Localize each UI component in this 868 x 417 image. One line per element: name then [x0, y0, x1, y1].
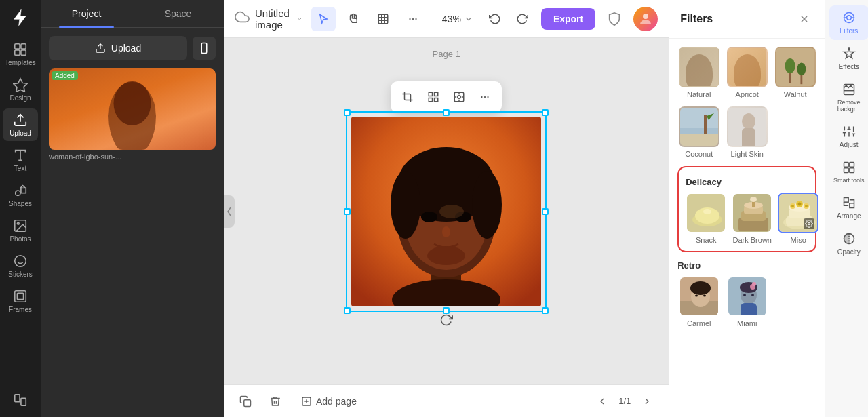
panel-content: Upload Added woman-of-igbo-sun-...: [41, 28, 224, 417]
svg-rect-119: [850, 163, 854, 167]
more-tool-button[interactable]: [401, 7, 425, 31]
redo-button[interactable]: [511, 8, 533, 30]
upload-button[interactable]: Upload: [49, 36, 187, 60]
sidebar-item-text[interactable]: Text: [3, 144, 38, 176]
sidebar-item-shapes[interactable]: Shapes: [3, 179, 38, 212]
filter-item-darkbrown[interactable]: Dark Brown: [732, 193, 772, 244]
filter-item-natural[interactable]: Natural: [677, 47, 720, 98]
handle-middle-left[interactable]: [344, 208, 351, 215]
tab-project[interactable]: Project: [41, 0, 132, 27]
chevron-down-icon: [464, 14, 473, 24]
svg-rect-1: [21, 44, 26, 49]
shield-button[interactable]: [602, 7, 627, 31]
sidebar-item-frames-label: Frames: [9, 306, 32, 313]
svg-rect-122: [844, 198, 848, 203]
svg-point-85: [791, 205, 794, 207]
undo-button[interactable]: [484, 8, 506, 30]
handle-bottom-right[interactable]: [542, 307, 549, 314]
panel-sidebar: Project Space Upload: [41, 0, 224, 417]
handle-middle-right[interactable]: [542, 208, 549, 215]
right-tool-removebg[interactable]: Remove backgr...: [829, 77, 868, 118]
retro-section: Retro Carmel: [677, 260, 816, 327]
svg-point-87: [805, 205, 808, 207]
sidebar-item-frames[interactable]: Frames: [3, 285, 38, 317]
svg-point-8: [17, 222, 19, 224]
sidebar-item-photos[interactable]: Photos: [3, 214, 38, 247]
top-bar-center: 43%: [311, 7, 533, 31]
delicacy-group-title: Delicacy: [686, 177, 808, 187]
user-avatar[interactable]: [633, 7, 658, 31]
collapse-handle[interactable]: [224, 195, 235, 228]
delete-page-button[interactable]: [264, 391, 286, 412]
canvas-area: Page 1: [224, 38, 669, 417]
svg-rect-0: [15, 44, 20, 49]
sidebar-item-pages[interactable]: [3, 389, 38, 412]
grid-button[interactable]: [422, 85, 445, 108]
sidebar-item-upload[interactable]: Upload: [3, 108, 38, 141]
thumbnail-item[interactable]: Added woman-of-igbo-sun-...: [49, 68, 216, 161]
sidebar-item-stickers[interactable]: Stickers: [3, 250, 38, 282]
tab-space[interactable]: Space: [132, 0, 224, 27]
filter-item-miami[interactable]: Miami: [726, 276, 768, 327]
filter-item-miso[interactable]: Miso: [778, 193, 818, 244]
svg-rect-2: [15, 50, 20, 55]
hand-tool-button[interactable]: [341, 7, 366, 31]
sidebar-item-templates[interactable]: Templates: [3, 38, 38, 71]
svg-rect-118: [844, 163, 848, 167]
svg-point-5: [16, 191, 20, 195]
handle-bottom-left[interactable]: [344, 307, 351, 314]
filter-item-lightskin[interactable]: Light Skin: [726, 106, 768, 158]
top-bar: Untitled image: [224, 0, 669, 38]
top-bar-left: Untitled image: [235, 7, 303, 31]
rotate-handle[interactable]: [438, 312, 454, 328]
filter-item-apricot[interactable]: Apricot: [726, 47, 768, 98]
svg-rect-61: [704, 115, 707, 134]
mobile-toggle-button[interactable]: [193, 37, 216, 60]
svg-point-88: [808, 223, 810, 225]
svg-point-31: [481, 96, 482, 97]
svg-rect-12: [15, 291, 26, 302]
handle-top-left[interactable]: [344, 109, 351, 116]
filter-item-carmel[interactable]: Carmel: [677, 276, 720, 327]
filter-thumb-walnut: [775, 47, 816, 87]
select-tool-button[interactable]: [311, 7, 336, 31]
thumbnail-badge: Added: [52, 71, 78, 80]
duplicate-page-button[interactable]: [235, 391, 256, 412]
svg-point-92: [690, 281, 711, 295]
svg-rect-98: [741, 303, 757, 317]
filters-panel: Filters Natural: [669, 0, 825, 417]
filter-item-snack[interactable]: Snack: [686, 193, 726, 244]
export-button[interactable]: Export: [541, 8, 595, 30]
frame-tool-button[interactable]: [371, 7, 395, 31]
filter-label-snack: Snack: [696, 236, 717, 244]
canvas-image-container[interactable]: [351, 117, 541, 306]
crop-button[interactable]: [396, 85, 419, 108]
svg-point-29: [458, 95, 461, 98]
filter-item-walnut[interactable]: Walnut: [774, 47, 816, 98]
doc-title[interactable]: Untitled image: [255, 7, 303, 31]
sidebar-item-design[interactable]: Design: [3, 73, 38, 106]
next-page-button[interactable]: [636, 391, 658, 412]
handle-top-right[interactable]: [542, 109, 549, 116]
right-tool-opacity-label: Opacity: [837, 248, 861, 256]
filter-thumb-carmel: [679, 276, 719, 317]
add-page-button[interactable]: Add page: [294, 392, 363, 411]
filter-item-coconut[interactable]: Coconut: [677, 106, 720, 158]
svg-rect-58: [680, 132, 718, 146]
close-filters-button[interactable]: [795, 9, 814, 28]
svg-rect-121: [850, 168, 854, 173]
effects-button[interactable]: [448, 85, 471, 108]
more-options-button[interactable]: [473, 85, 496, 108]
sidebar-item-templates-label: Templates: [5, 59, 36, 66]
delicacy-section: Delicacy Snack: [677, 166, 816, 252]
zoom-control[interactable]: 43%: [437, 11, 479, 27]
right-tool-filters[interactable]: Filters: [829, 5, 868, 40]
right-tool-effects[interactable]: Effects: [829, 41, 868, 76]
prev-page-button[interactable]: [591, 391, 613, 412]
right-tool-adjust[interactable]: Adjust: [829, 119, 868, 154]
app-logo[interactable]: [8, 5, 33, 30]
filter-row-middle: Coconut Light Skin: [677, 106, 816, 158]
right-tool-opacity[interactable]: Opacity: [829, 226, 868, 261]
right-tool-smarttools[interactable]: Smart tools: [829, 155, 868, 189]
right-tool-arrange[interactable]: Arrange: [829, 191, 868, 225]
